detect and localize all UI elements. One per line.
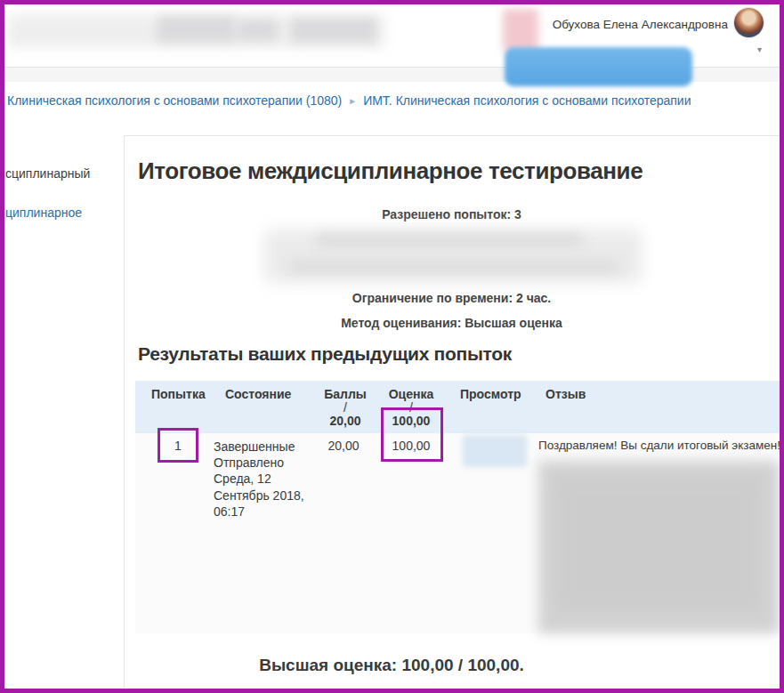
- redacted-nav-item: [291, 18, 376, 43]
- col-header-attempt: Попытка: [151, 387, 206, 401]
- redacted-nav-item: [158, 16, 236, 43]
- annotation-box-attempt: [158, 428, 198, 463]
- redacted-action-button[interactable]: [505, 47, 692, 86]
- breadcrumb-separator-icon: ►: [342, 96, 363, 106]
- user-avatar[interactable]: [734, 8, 764, 37]
- cell-marks: 20,00: [317, 439, 370, 453]
- page-title: Итоговое междисциплинарное тестирование: [138, 157, 643, 185]
- results-heading: Результаты ваших предыдущих попыток: [138, 343, 512, 365]
- breadcrumb-link-activity[interactable]: ИМТ. Клиническая психология с основами п…: [363, 93, 691, 108]
- cell-feedback-text: Поздравляем! Вы сдали итоговый экзамен!: [538, 439, 780, 452]
- col-header-grade: Оценка: [384, 387, 438, 401]
- sidebar-item-mezhdisciplinarny[interactable]: сциплинарный: [5, 166, 90, 181]
- cell-state: Завершенные Отправлено Среда, 12 Сентябр…: [214, 439, 315, 520]
- sidebar-item-mezhdisciplinarnoe[interactable]: циплинарное: [5, 205, 82, 220]
- screenshot-frame: Обухова Елена Александровна ▾ Клиническа…: [0, 0, 784, 693]
- redacted-feedback-block-inner: [556, 476, 761, 609]
- final-grade-text: Высшая оценка: 100,00 / 100,00.: [133, 656, 650, 675]
- state-line-submitted: Отправлено Среда, 12 Сентябрь 2018, 06:1…: [214, 455, 315, 520]
- redacted-quiz-info-line: [316, 234, 583, 246]
- grading-method-text: Метод оценивания: Высшая оценка: [124, 316, 780, 330]
- user-name[interactable]: Обухова Елена Александровна: [532, 18, 728, 31]
- col-header-marks: Баллы: [319, 387, 372, 401]
- breadcrumb-link-course[interactable]: Клиническая психология с основами психот…: [7, 93, 342, 108]
- redacted-quiz-info-line: [289, 261, 618, 273]
- redacted-nav-item: [238, 20, 278, 41]
- breadcrumb: Клиническая психология с основами психот…: [7, 93, 691, 108]
- col-header-marks-max: 20,00: [319, 414, 372, 428]
- user-menu-caret-icon[interactable]: ▾: [757, 44, 762, 54]
- col-header-marks-slash: /: [319, 400, 372, 415]
- redacted-review-link[interactable]: [463, 435, 527, 467]
- time-limit-text: Ограничение по времени: 2 час.: [124, 291, 780, 305]
- col-header-feedback: Отзыв: [546, 387, 586, 401]
- state-line-finished: Завершенные: [214, 439, 315, 455]
- annotation-box-grade: [381, 407, 443, 462]
- attempts-allowed-text: Разрешено попыток: 3: [124, 207, 780, 222]
- col-header-review: Просмотр: [460, 387, 521, 401]
- col-header-state: Состояние: [225, 387, 291, 401]
